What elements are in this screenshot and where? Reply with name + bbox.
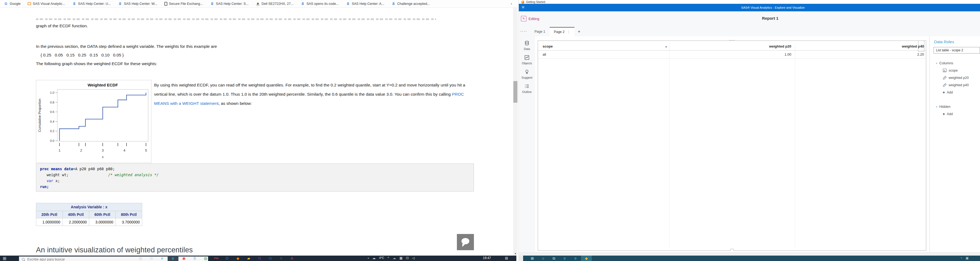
psa-icon[interactable]: PSA: [211, 256, 222, 261]
bookmark-google[interactable]: GGoogle: [4, 2, 21, 6]
access-icon[interactable]: A: [286, 256, 298, 261]
data-icon: [519, 41, 535, 47]
browser-tab-label[interactable]: Getting Started: [526, 0, 545, 3]
sas-running-icon[interactable]: ◆: [581, 256, 592, 261]
add-page-button[interactable]: [574, 27, 584, 36]
taskbar-app-icons: ⊞○⧉ee◆: [527, 256, 592, 261]
roles-section-header-hidden[interactable]: Hidden: [930, 103, 980, 110]
edge-icon[interactable]: e: [168, 256, 178, 261]
bookmark-sas-help-center-u[interactable]: SSAS Help Center: U...: [72, 2, 111, 6]
start-button-icon[interactable]: [3, 256, 6, 261]
scrollbar-thumb[interactable]: [513, 81, 517, 103]
edit-mode-icon[interactable]: [521, 16, 527, 21]
search-icon: [22, 258, 25, 261]
page-tabs-overflow-icon[interactable]: [520, 29, 527, 33]
rail-item-outline[interactable]: Outline: [519, 83, 535, 94]
column-header-weighted-p20[interactable]: weighted p20: [700, 44, 791, 48]
roles-section-hidden: HiddenAdd: [930, 103, 980, 118]
roles-section-header-columns[interactable]: Columns: [930, 59, 980, 67]
report-title[interactable]: Report 1: [735, 16, 805, 21]
bookmarks-overflow-chevron-icon[interactable]: ›: [511, 1, 512, 6]
bookmark-secure-file-exchange[interactable]: Secure File Exchang...: [164, 2, 203, 6]
tray-clock-icon[interactable]: ◔: [960, 256, 962, 260]
measure-icon: [943, 83, 947, 87]
tray-expand-icon[interactable]: ^: [388, 256, 389, 260]
roles-add-button-columns[interactable]: Add: [930, 89, 980, 96]
task-view-icon[interactable]: ⧉: [146, 256, 157, 261]
bookmark-sas-help-center-w[interactable]: SSAS Help Center: W...: [118, 2, 158, 6]
excel-icon[interactable]: X: [276, 256, 286, 261]
rail-item-objects[interactable]: Objects: [519, 55, 535, 65]
va-app-header: SAS® Visual Analytics - Explore and Visu…: [519, 4, 980, 11]
weather-icon[interactable]: ☁: [372, 256, 375, 260]
sharepoint-icon[interactable]: ◍: [200, 256, 211, 261]
roles-item-weighted-p40[interactable]: weighted p40: [930, 81, 980, 89]
chrome-icon[interactable]: ◉: [178, 256, 189, 261]
svg-text:Cumulative Proportion: Cumulative Proportion: [38, 99, 41, 132]
internet-explorer-icon[interactable]: e: [157, 256, 168, 261]
page-icon: [164, 2, 167, 6]
action-center-icon[interactable]: ▤: [505, 256, 508, 260]
page-tab-1[interactable]: Page 1: [530, 27, 550, 36]
bookmark-challenge-accepted[interactable]: SChallenge accepted...: [391, 2, 430, 6]
cortana-icon[interactable]: ◍: [135, 256, 146, 261]
browser-tab-strip[interactable]: Getting Started: [519, 0, 980, 4]
code-token: =A p20 p40 p60 p80;: [73, 167, 115, 171]
column-header-scope[interactable]: scope: [542, 44, 553, 48]
bookmark-label: Google: [10, 2, 21, 6]
app-bottom-strip: [519, 252, 980, 256]
column-header-weighted-p40[interactable]: weighted p40: [808, 44, 924, 48]
onenote-icon[interactable]: N: [254, 256, 265, 261]
taskbar-clock[interactable]: 19:47: [483, 256, 491, 260]
objects-icon: [519, 55, 535, 61]
folder-icon[interactable]: ▰: [243, 256, 254, 261]
volume-icon[interactable]: ◁: [412, 256, 415, 260]
skype-icon[interactable]: S: [189, 256, 200, 261]
rail-item-suggest[interactable]: Suggest: [519, 69, 535, 79]
object-drag-handle-icon[interactable]: [724, 38, 740, 42]
word-icon[interactable]: W: [265, 256, 276, 261]
edge-icon[interactable]: e: [570, 256, 581, 261]
bookmark-sas-help-center-a[interactable]: SSAS Help Center: A...: [346, 2, 384, 6]
browser-scrollbar[interactable]: ▼: [513, 8, 518, 256]
add-label: Add: [947, 91, 953, 94]
bookmark-dell-monitor[interactable]: aDell SE2722HX, 27...: [256, 2, 294, 6]
internet-explorer-icon[interactable]: e: [559, 256, 570, 261]
svg-text:0.4: 0.4: [50, 120, 55, 123]
code-lines: proc means data=A p20 p40 p60 p80; weigh…: [40, 166, 470, 190]
display-icon[interactable]: ⊡: [406, 256, 409, 260]
object-selector-dropdown[interactable]: List table - scope 2: [934, 47, 980, 54]
outlook-icon[interactable]: O: [222, 256, 232, 261]
action-center-icon[interactable]: ▣: [966, 256, 969, 260]
bookmark-sas-opens-its-code[interactable]: SSAS opens its code...: [301, 2, 339, 6]
roles-add-button-hidden[interactable]: Add: [930, 110, 980, 118]
rail-item-data[interactable]: Data: [519, 41, 535, 51]
roles-section-label: Columns: [939, 61, 953, 65]
outline-icon: [519, 83, 535, 90]
list-table-object[interactable]: scope ▲ weighted p20 weighted p40 all 1.…: [538, 41, 926, 251]
keyboard-icon[interactable]: ▦: [399, 256, 402, 260]
bookmarks-bar: GGoogleSAS Visual Analytic...SSAS Help C…: [0, 0, 519, 8]
scrollbar-down-arrow-icon[interactable]: ▼: [513, 252, 518, 255]
page-tab-2[interactable]: Page 2: [550, 27, 575, 36]
task-view-icon[interactable]: ⧉: [549, 256, 559, 261]
start-button[interactable]: ⊞: [527, 256, 538, 261]
hamburger-menu-icon[interactable]: [522, 5, 524, 10]
roles-item-weighted-p20[interactable]: weighted p20: [930, 74, 980, 81]
onedrive-icon[interactable]: ☁: [393, 256, 396, 260]
weights-values-line: { 0.25 0.05 0.15 0.25 0.15 0.10 0.05 }: [41, 51, 124, 59]
object-resize-handle[interactable]: [730, 249, 734, 251]
add-label: Add: [947, 112, 953, 116]
bookmark-sas-help-center-s[interactable]: SSAS Help Center: S...: [210, 2, 249, 6]
roles-item-scope[interactable]: scope: [930, 67, 980, 74]
comment-bubble-button[interactable]: [457, 234, 474, 250]
google-icon: G: [4, 2, 8, 6]
list-table-row[interactable]: all 1.00 2.20: [538, 51, 926, 59]
search-icon[interactable]: ○: [538, 256, 549, 261]
firefox-icon[interactable]: ◆: [232, 256, 243, 261]
sort-ascending-icon[interactable]: ▲: [665, 45, 667, 48]
page-tab-menu-icon[interactable]: [567, 30, 570, 34]
lock-icon[interactable]: ▪: [368, 256, 369, 260]
section-heading: An intuitive visualization of weighted p…: [36, 246, 193, 254]
bookmark-sas-visual-analytics[interactable]: SAS Visual Analytic...: [27, 2, 65, 6]
